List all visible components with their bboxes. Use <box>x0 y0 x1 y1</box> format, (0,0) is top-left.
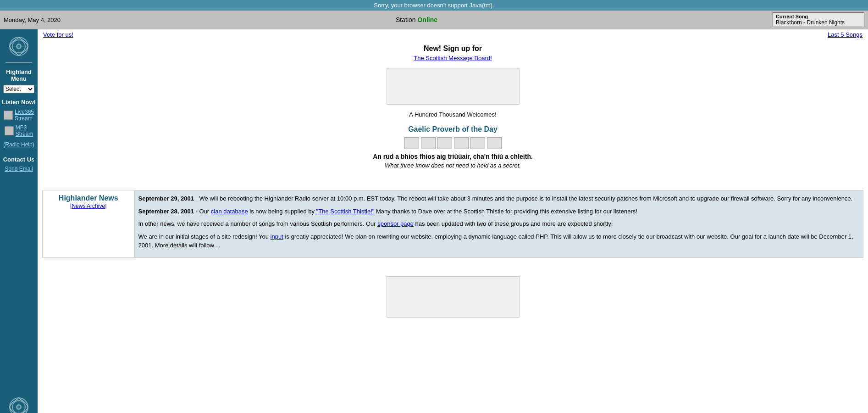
signup-link[interactable]: The Scottish Message Board! <box>414 55 492 61</box>
banner-text: Sorry, your browser doesn't support Java… <box>374 2 494 9</box>
listen-title: Listen Now! <box>2 99 36 106</box>
welcome-caption: A Hundred Thousand Welcomes! <box>47 111 859 118</box>
current-song-value: Blackthorn - Drunken Nights <box>776 19 861 26</box>
news-mid-2: is now being supplied by <box>248 208 316 215</box>
send-email-link[interactable]: Send Email <box>5 166 33 172</box>
input-link[interactable]: input <box>271 233 283 240</box>
proverb-icon-4 <box>454 137 469 149</box>
news-text-4: We are in our initial stages of a site r… <box>138 233 271 240</box>
proverb-icons <box>47 137 859 149</box>
news-archive-link[interactable]: [News Archive] <box>70 203 106 209</box>
news-row: Highlander News [News Archive] September… <box>43 190 863 257</box>
bottom-image <box>387 276 520 318</box>
news-entry-3: In other news, we have received a number… <box>138 219 860 229</box>
station-bar: Monday, May 4, 2020 Station Online Curre… <box>0 11 868 29</box>
proverb-icon-6 <box>487 137 502 149</box>
news-date-1: September 29, 2001 <box>138 195 194 202</box>
news-after-2: Many thanks to Dave over at the Scottish… <box>374 208 637 215</box>
mp3-stream-item: MP3Stream <box>5 124 33 137</box>
last5-songs-link[interactable]: Last 5 Songs <box>828 31 862 38</box>
celtic-knot-logo-bottom <box>8 396 29 413</box>
proverb-english-text: What three know does not need to held as… <box>47 162 859 169</box>
sidebar: Highland Menu Select Home About Schedule… <box>0 29 38 413</box>
radio-help-link[interactable]: (Radio Help) <box>3 141 34 148</box>
news-intro-2: - Our <box>196 208 211 215</box>
vote-bar: Vote for us! Last 5 Songs <box>38 29 868 40</box>
current-song-label: Current Song <box>776 14 861 19</box>
news-text-1: - We will be rebooting the Highlander Ra… <box>196 195 853 202</box>
main-content: Vote for us! Last 5 Songs New! Sign up f… <box>38 29 868 413</box>
news-entry-4: We are in our initial stages of a site r… <box>138 232 860 250</box>
clan-database-link[interactable]: clan database <box>211 208 248 215</box>
news-table: Highlander News [News Archive] September… <box>43 190 863 257</box>
vote-link[interactable]: Vote for us! <box>43 31 73 38</box>
highland-menu-select[interactable]: Select Home About Schedule Clan Database… <box>3 85 34 93</box>
proverb-gaelic-text: An rud a bhios fhios aig triùùair, cha'n… <box>47 153 859 160</box>
celtic-knot-logo-top <box>8 36 29 57</box>
proverb-section: Gaelic Proverb of the Day An rud a bhios… <box>47 125 859 169</box>
news-entry-1: September 29, 2001 - We will be rebootin… <box>138 194 860 203</box>
station-date: Monday, May 4, 2020 <box>4 17 61 23</box>
live365-stream-link[interactable]: Live365Stream <box>15 109 34 122</box>
news-after-3: has been updated with two of these group… <box>414 220 613 227</box>
sidebar-divider-top <box>6 62 32 63</box>
station-status: Station Online <box>61 16 773 23</box>
news-right-column: September 29, 2001 - We will be rebootin… <box>134 190 863 257</box>
news-date-2: September 28, 2001 <box>138 208 194 215</box>
mp3-icon <box>5 126 14 135</box>
bottom-logo-section: ©2001 Highlander Radio <box>0 392 38 413</box>
station-label: Station <box>396 16 416 23</box>
center-content: New! Sign up for The Scottish Message Bo… <box>38 40 868 181</box>
sponsor-page-link[interactable]: sponsor page <box>377 220 414 227</box>
menu-title: Highland Menu <box>0 68 38 82</box>
main-layout: Highland Menu Select Home About Schedule… <box>0 29 868 413</box>
current-song-box: Current Song Blackthorn - Drunken Nights <box>773 12 864 27</box>
news-left-column: Highlander News [News Archive] <box>43 190 134 257</box>
welcome-image <box>387 68 520 105</box>
news-text-3: In other news, we have received a number… <box>138 220 378 227</box>
contact-title: Contact Us <box>3 156 35 163</box>
news-section: Highlander News [News Archive] September… <box>42 190 863 258</box>
news-title: Highlander News <box>46 194 131 202</box>
mp3-stream-link[interactable]: MP3Stream <box>16 124 33 137</box>
signup-title: New! Sign up for <box>47 45 859 53</box>
live365-icon <box>4 111 13 120</box>
news-entry-2: September 28, 2001 - Our clan database i… <box>138 207 860 216</box>
station-online-status: Online <box>417 16 437 23</box>
proverb-icon-3 <box>437 137 452 149</box>
scottish-thistle-link[interactable]: "The Scottish Thistle!" <box>316 208 375 215</box>
proverb-icon-5 <box>470 137 485 149</box>
proverb-title: Gaelic Proverb of the Day <box>47 125 859 134</box>
proverb-icon-2 <box>421 137 436 149</box>
live365-stream-item: Live365Stream <box>4 109 34 122</box>
java-warning-banner: Sorry, your browser doesn't support Java… <box>0 0 868 11</box>
proverb-icon-1 <box>404 137 419 149</box>
